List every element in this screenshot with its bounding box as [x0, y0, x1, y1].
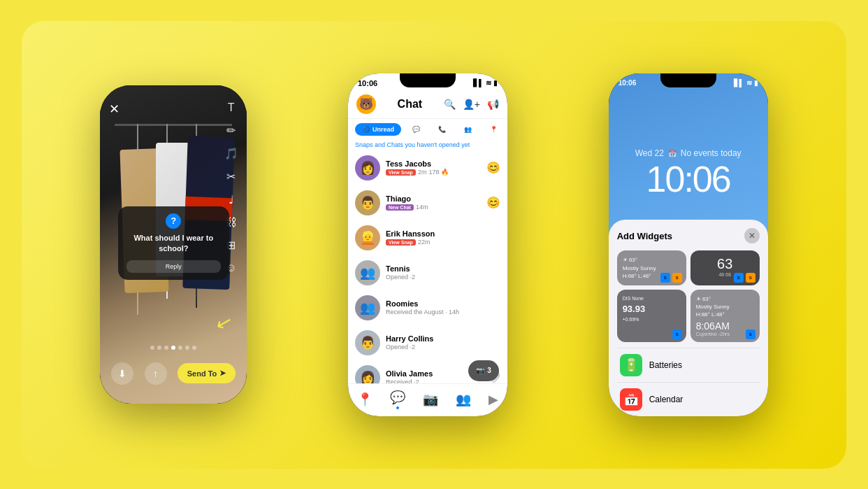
widget-list-calendar[interactable]: 📅 Calendar: [617, 382, 760, 416]
widget-weather[interactable]: ☀ 63° Mostly Sunny H:68° L:48° s s: [617, 250, 686, 285]
unread-tab-label: Unread: [372, 126, 394, 133]
emoji-thiago: 😊: [486, 196, 500, 209]
phone2-frame: 10:06 ▋▌ ≋ ▮ 🐻 Chat 🔍 👤+ 📢: [348, 73, 507, 416]
close-button[interactable]: ✕: [109, 101, 120, 117]
chat-item-thiago[interactable]: 👨 Thiago New Chat 14m 😊: [348, 185, 507, 220]
download-button[interactable]: ⬇: [111, 362, 133, 385]
chat-time-roomies: Received the August · 14h: [386, 309, 459, 316]
chat-item-tennis[interactable]: 👥 Tennis Opened ·2: [348, 255, 507, 290]
nav-chat[interactable]: 💬: [390, 390, 405, 409]
nav-location[interactable]: 📍: [357, 392, 372, 407]
chat-info-olivia: Olivia James Received ·2: [386, 369, 481, 383]
weather-temp: 63°: [629, 257, 637, 263]
chat-time-thiago: 14m: [416, 204, 428, 211]
chat-name-erik: Erik Hansson: [386, 229, 500, 238]
stock-value: 93.93: [623, 302, 681, 316]
chat-time-erik: 22m: [418, 239, 431, 246]
question-overlay: ? What should I wear to school? Reply: [118, 206, 230, 280]
avatar-thiago: 👨: [355, 190, 380, 215]
tz-bottom: s: [746, 329, 755, 339]
share-button[interactable]: ↑: [145, 362, 167, 385]
lock-time: 10:06: [619, 79, 637, 87]
new-chat-badge-thiago: New Chat: [386, 204, 414, 211]
calendar-icon: 📅: [620, 388, 642, 411]
chat-name-roomies: Roomies: [386, 299, 500, 308]
panel-title: Add Widgets: [617, 231, 672, 241]
snap-badge-erik: View Snap: [386, 239, 416, 246]
phone2-screen: 10:06 ▋▌ ≋ ▮ 🐻 Chat 🔍 👤+ 📢: [348, 73, 507, 416]
camera-count: 3: [487, 367, 491, 374]
emoji-tess: 😊: [486, 161, 500, 174]
chat-sub-harry: Opened ·2: [386, 343, 500, 350]
main-container: ✕ T ✏ 🎵 ✂ ♩ ⛓ ⊞ ☺ ? What should I wear t…: [22, 21, 846, 469]
widget-list-batteries[interactable]: 🔋 Batteries: [617, 348, 760, 382]
music-icon[interactable]: ♩: [229, 193, 234, 206]
chat-name-tess: Tess Jacobs: [386, 160, 481, 168]
bitmoji-avatar[interactable]: 🐻: [356, 94, 376, 114]
notification-icon[interactable]: 📢: [487, 99, 499, 110]
lock-wifi-icon: ≋: [746, 79, 752, 87]
scissors-icon[interactable]: ✂: [226, 170, 236, 183]
chat-time-tennis: Opened ·2: [386, 274, 415, 281]
panel-close-button[interactable]: ✕: [744, 228, 760, 243]
panel-header: Add Widgets ✕: [617, 228, 760, 243]
dot: [150, 346, 154, 350]
avatar-roomies: 👥: [355, 295, 380, 320]
tab-chat[interactable]: 💬: [405, 123, 427, 136]
chat-info-tennis: Tennis Opened ·2: [386, 264, 500, 281]
nav-camera[interactable]: 📷: [423, 392, 438, 407]
chat-sub-roomies: Received the August · 14h: [386, 309, 500, 316]
chat-item-roomies[interactable]: 👥 Roomies Received the August · 14h: [348, 290, 507, 325]
bottom-toolbar: ⬇ ↑ Send To ➤: [100, 362, 247, 385]
tz-desc: Mostly Sunny: [696, 303, 754, 311]
tab-unread[interactable]: 🔵 Unread: [355, 123, 401, 136]
add-friend-icon[interactable]: 👤+: [463, 99, 480, 110]
chat-header: 🐻 Chat 🔍 👤+ 📢: [348, 90, 507, 119]
nav-spotlight[interactable]: ▶: [489, 392, 498, 407]
calendar-icon: 📅: [668, 150, 677, 157]
chat-item-harry[interactable]: 👨 Harry Collins Opened ·2: [348, 325, 507, 360]
lock-status-icons: ▋▌ ≋ ▮: [734, 79, 758, 87]
stock-content: DIS None 93.93 +0.69%: [623, 295, 681, 324]
filter-tabs: 🔵 Unread 💬 📞 👥 📍 🎁: [348, 119, 507, 140]
chat-name-olivia: Olivia James: [386, 369, 481, 378]
question-icon: ?: [166, 213, 181, 229]
nav-friends[interactable]: 👥: [456, 392, 471, 407]
widget-stock[interactable]: DIS None 93.93 +0.69% s: [617, 290, 686, 342]
add-widgets-panel: Add Widgets ✕ ☀ 63° Mostly Sunny H:68° L…: [609, 220, 768, 416]
chat-info-tess: Tess Jacobs View Snap 2m 178 🔥: [386, 160, 481, 176]
widget-mini-icon-blue: s: [660, 273, 670, 283]
chat-list: 👩 Tess Jacobs View Snap 2m 178 🔥 😊 👨: [348, 150, 507, 383]
chat-sub-erik: View Snap 22m: [386, 239, 500, 246]
question-text: What should I wear to school?: [126, 233, 222, 255]
header-icons: 🔍 👤+ 📢: [444, 99, 499, 110]
chat-item-tess[interactable]: 👩 Tess Jacobs View Snap 2m 178 🔥 😊: [348, 150, 507, 185]
dot: [178, 346, 182, 350]
camera-fab[interactable]: 📷 3: [468, 360, 499, 381]
widget-mini-icon-orange: s: [672, 273, 682, 283]
avatar-tennis: 👥: [355, 260, 380, 285]
clock-mini-blue: s: [734, 273, 744, 283]
widget-clock[interactable]: 63 48 68 s s: [690, 250, 760, 285]
widget-timezone[interactable]: ☀ 63° Mostly Sunny H:88° L:48° 8:06AM Cu…: [690, 290, 760, 342]
avatar-erik: 👱: [355, 225, 380, 250]
sticker-icon[interactable]: 🎵: [224, 147, 238, 160]
clock-bottom-icons: s s: [734, 273, 755, 283]
reply-button[interactable]: Reply: [126, 260, 222, 273]
stock-mini-blue: s: [672, 329, 682, 339]
phone1-screen: ✕ T ✏ 🎵 ✂ ♩ ⛓ ⊞ ☺ ? What should I wear t…: [100, 85, 247, 404]
chat-info-thiago: Thiago New Chat 14m: [386, 194, 481, 211]
tab-location[interactable]: 📍: [483, 123, 505, 136]
stock-change: +0.69%: [623, 316, 681, 324]
batteries-icon: 🔋: [620, 354, 642, 376]
no-events-label: No events today: [681, 148, 742, 158]
text-icon[interactable]: T: [228, 101, 235, 114]
chat-item-erik[interactable]: 👱 Erik Hansson View Snap 22m: [348, 220, 507, 255]
pen-icon[interactable]: ✏: [226, 124, 236, 137]
status-time: 10:06: [358, 79, 377, 87]
send-to-button[interactable]: Send To ➤: [178, 363, 236, 383]
tab-call[interactable]: 📞: [431, 123, 453, 136]
search-icon[interactable]: 🔍: [444, 99, 456, 110]
tab-group[interactable]: 👥: [457, 123, 479, 136]
send-to-label: Send To: [187, 369, 217, 378]
